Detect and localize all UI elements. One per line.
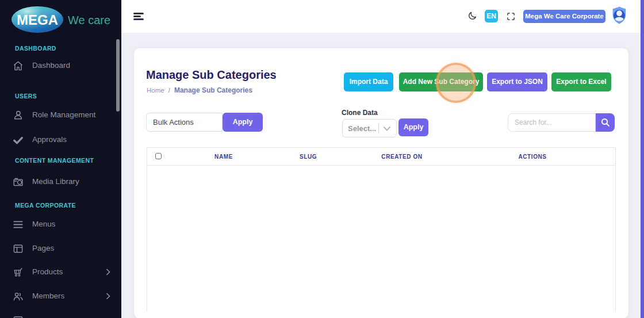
svg-text:MEGA: MEGA: [17, 12, 58, 28]
svg-text:We care: We care: [68, 14, 110, 26]
